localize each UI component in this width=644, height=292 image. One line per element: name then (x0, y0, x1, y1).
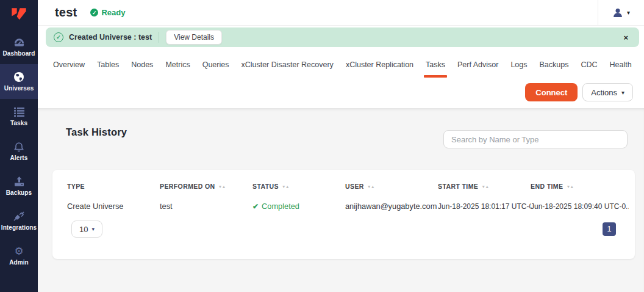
page-number-button[interactable]: 1 (603, 222, 616, 236)
sort-icon: ▼▲ (282, 184, 289, 189)
cell-type: Create Universe (67, 202, 160, 211)
cell-performed-on: test (160, 202, 252, 211)
column-header-user[interactable]: USER ▼▲ (345, 183, 438, 190)
tab-tables[interactable]: Tables (97, 60, 119, 73)
backups-icon (14, 176, 24, 187)
dashboard-icon (13, 37, 25, 48)
sidebar-item-admin[interactable]: ⚙ Admin (0, 238, 38, 273)
sidebar-item-label: Universes (4, 85, 34, 92)
success-check-icon: ✓ (54, 32, 63, 42)
cell-end-time: Jun-18-2025 18:09:40 UTC-0... (531, 202, 629, 211)
ready-check-icon: ✓ (90, 9, 98, 16)
status-label: Ready (101, 8, 125, 17)
yugabyte-logo[interactable] (0, 0, 38, 29)
sidebar-item-alerts[interactable]: Alerts (0, 134, 38, 169)
column-header-performed-on[interactable]: PERFORMED ON ▼▲ (160, 183, 252, 190)
sidebar-item-backups[interactable]: Backups (0, 169, 38, 203)
tab-overview[interactable]: Overview (53, 60, 85, 73)
page-title: Task History (66, 126, 127, 138)
tab-xcluster-replication[interactable]: xCluster Replication (346, 60, 413, 73)
tab-logs[interactable]: Logs (510, 60, 527, 73)
chevron-down-icon: ▾ (91, 226, 95, 232)
sidebar-item-label: Backups (6, 189, 32, 196)
sidebar-item-integrations[interactable]: Integrations (0, 203, 38, 238)
sort-icon: ▼▲ (218, 184, 226, 189)
tasks-icon (14, 106, 24, 117)
yugabyte-logo-icon (10, 6, 28, 23)
banner-message: Created Universe : test (69, 33, 152, 42)
pagination-row: 10 ▾ 1 (52, 221, 635, 238)
status-badge: ✓ Ready (90, 8, 125, 17)
success-banner: ✓ Created Universe : test View Details × (46, 27, 639, 47)
sidebar-item-label: Dashboard (2, 50, 35, 57)
cell-status: ✔ Completed (252, 202, 345, 211)
cell-start-time: Jun-18-2025 18:01:17 UTC-0... (438, 202, 531, 211)
tab-perf-advisor[interactable]: Perf Advisor (457, 60, 498, 73)
column-header-end-time[interactable]: END TIME ▼▲ (531, 183, 629, 190)
sidebar: Dashboard Universes Tasks (0, 0, 38, 292)
tabs-zone: Overview Tables Nodes Metrics Queries xC… (38, 47, 644, 108)
sidebar-item-label: Tasks (10, 120, 27, 126)
action-row: Connect Actions ▾ (525, 83, 633, 101)
tab-backups[interactable]: Backups (540, 60, 569, 73)
connect-button[interactable]: Connect (525, 83, 578, 101)
integrations-icon (13, 211, 24, 222)
section-header: Task History (38, 126, 644, 148)
banner-divider (159, 32, 159, 43)
actions-label: Actions (591, 88, 617, 97)
tab-health[interactable]: Health (610, 60, 632, 73)
tab-cdc[interactable]: CDC (581, 60, 597, 73)
sidebar-item-label: Admin (9, 259, 29, 266)
chevron-down-icon: ▾ (621, 89, 624, 96)
page-size-value: 10 (79, 225, 88, 234)
tab-bar: Overview Tables Nodes Metrics Queries xC… (53, 60, 632, 73)
status-text: Completed (262, 202, 299, 211)
tab-tasks[interactable]: Tasks (426, 60, 445, 73)
view-details-button[interactable]: View Details (166, 30, 222, 45)
table-header-row: TYPE PERFORMED ON ▼▲ STATUS ▼▲ USER ▼▲ (52, 170, 635, 190)
tab-metrics[interactable]: Metrics (165, 60, 190, 73)
close-icon[interactable]: × (621, 32, 631, 43)
chevron-down-icon: ▾ (627, 9, 630, 16)
table-row[interactable]: Create Universe test ✔ Completed anijhaw… (52, 202, 635, 211)
column-header-start-time[interactable]: START TIME ▼▲ (438, 183, 531, 190)
sidebar-item-label: Integrations (1, 224, 37, 231)
admin-gear-icon: ⚙ (14, 246, 23, 257)
sidebar-item-tasks[interactable]: Tasks (0, 99, 38, 134)
user-avatar-icon (612, 7, 623, 18)
universe-title: test (55, 5, 77, 20)
universes-icon (13, 71, 24, 82)
task-history-section: Task History TYPE PERFORMED ON ▼▲ STATUS… (38, 108, 644, 292)
topbar: test ✓ Ready ▾ (38, 0, 644, 26)
app-window: Dashboard Universes Tasks (0, 0, 644, 292)
task-table-card: TYPE PERFORMED ON ▼▲ STATUS ▼▲ USER ▼▲ (52, 170, 635, 259)
actions-dropdown-button[interactable]: Actions ▾ (582, 83, 633, 101)
tab-xcluster-disaster-recovery[interactable]: xCluster Disaster Recovery (241, 60, 333, 73)
page-size-dropdown[interactable]: 10 ▾ (71, 221, 102, 238)
alerts-icon (14, 141, 24, 152)
tab-queries[interactable]: Queries (202, 60, 229, 73)
sort-icon: ▼▲ (566, 184, 573, 189)
search-input[interactable] (443, 130, 628, 148)
sidebar-item-label: Alerts (10, 155, 28, 161)
tab-nodes[interactable]: Nodes (131, 60, 153, 73)
user-menu[interactable]: ▾ (598, 0, 644, 26)
main-area: test ✓ Ready ▾ ✓ Created Universe : test… (38, 0, 644, 292)
completed-check-icon: ✔ (252, 202, 259, 211)
sort-icon: ▼▲ (367, 184, 374, 189)
sidebar-item-universes[interactable]: Universes (0, 64, 38, 99)
cell-user: anijhawan@yugabyte.com (345, 202, 438, 211)
column-header-type[interactable]: TYPE (67, 183, 160, 190)
sort-icon: ▼▲ (481, 184, 488, 189)
sidebar-item-dashboard[interactable]: Dashboard (0, 29, 38, 64)
column-header-status[interactable]: STATUS ▼▲ (252, 183, 345, 190)
